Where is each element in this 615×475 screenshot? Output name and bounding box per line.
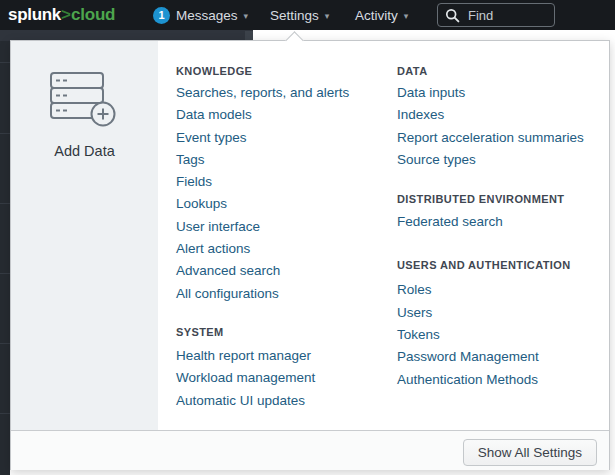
show-all-settings-button[interactable]: Show All Settings — [463, 439, 597, 466]
menu-link-source-types[interactable]: Source types — [397, 149, 609, 171]
section-header-system: SYSTEM — [176, 326, 392, 338]
system-links: Health report managerWorkload management… — [176, 345, 392, 412]
search-icon — [445, 8, 460, 23]
menu-link-event-types[interactable]: Event types — [176, 127, 392, 149]
menu-link-federated-search[interactable]: Federated search — [397, 211, 609, 233]
menu-link-data-models[interactable]: Data models — [176, 104, 392, 126]
splunk-cloud-logo[interactable]: splunk>cloud — [8, 0, 115, 30]
settings-label: Settings — [270, 8, 319, 23]
menu-link-data-inputs[interactable]: Data inputs — [397, 82, 609, 104]
menu-link-tokens[interactable]: Tokens — [397, 324, 609, 346]
settings-column-data-users: DATA Data inputsIndexesReport accelerati… — [397, 41, 609, 391]
menu-link-roles[interactable]: Roles — [397, 279, 609, 301]
menu-link-all-configurations[interactable]: All configurations — [176, 283, 392, 305]
menu-link-indexes[interactable]: Indexes — [397, 104, 609, 126]
menu-link-report-acceleration-summaries[interactable]: Report acceleration summaries — [397, 127, 609, 149]
chevron-down-icon: ▾ — [244, 11, 249, 21]
find-input[interactable] — [466, 7, 547, 24]
knowledge-links: Searches, reports, and alertsData models… — [176, 82, 392, 305]
messages-menu[interactable]: 1 Messages ▾ — [153, 0, 248, 30]
users-and-authentication-links: RolesUsersTokensPassword ManagementAuthe… — [397, 279, 609, 390]
menu-link-authentication-methods[interactable]: Authentication Methods — [397, 369, 609, 391]
panel-footer: Show All Settings — [11, 430, 609, 470]
add-data-tile[interactable]: Add Data — [11, 41, 158, 430]
app-bar-notch — [245, 31, 253, 40]
menu-link-user-interface[interactable]: User interface — [176, 216, 392, 238]
menu-link-workload-management[interactable]: Workload management — [176, 367, 392, 389]
find-search[interactable] — [437, 3, 555, 27]
section-header-data: DATA — [397, 65, 609, 77]
messages-label: Messages — [176, 8, 238, 23]
chevron-down-icon: ▾ — [404, 11, 409, 21]
screen: splunk>cloud 1 Messages ▾ Settings ▾ Act… — [0, 0, 615, 475]
menu-link-advanced-search[interactable]: Advanced search — [176, 260, 392, 282]
sidebar-divider — [0, 133, 10, 134]
menu-link-users[interactable]: Users — [397, 302, 609, 324]
top-bar: splunk>cloud 1 Messages ▾ Settings ▾ Act… — [0, 0, 615, 30]
distributed-environment-links: Federated search — [397, 211, 609, 233]
activity-label: Activity — [355, 8, 398, 23]
chevron-down-icon: ▾ — [325, 11, 330, 21]
logo-splunk-text: splunk — [8, 5, 61, 24]
menu-link-password-management[interactable]: Password Management — [397, 346, 609, 368]
add-data-icon — [50, 72, 116, 128]
activity-menu[interactable]: Activity ▾ — [355, 0, 408, 30]
menu-link-health-report-manager[interactable]: Health report manager — [176, 345, 392, 367]
sidebar-divider — [0, 413, 10, 414]
logo-gt-glyph: > — [61, 5, 71, 24]
menu-link-fields[interactable]: Fields — [176, 171, 392, 193]
menu-link-tags[interactable]: Tags — [176, 149, 392, 171]
settings-menu[interactable]: Settings ▾ — [270, 0, 329, 30]
sidebar-divider — [0, 343, 10, 344]
sidebar-divider — [0, 273, 10, 274]
logo-cloud-text: cloud — [71, 5, 115, 24]
menu-link-lookups[interactable]: Lookups — [176, 193, 392, 215]
menu-link-searches-reports-and-alerts[interactable]: Searches, reports, and alerts — [176, 82, 392, 104]
settings-dropdown-panel: Add Data KNOWLEDGE Searches, reports, an… — [10, 40, 610, 470]
sidebar-divider — [0, 62, 10, 63]
section-header-users-and-authentication: USERS AND AUTHENTICATION — [397, 259, 609, 271]
notification-badge: 1 — [153, 7, 170, 24]
settings-column-knowledge-system: KNOWLEDGE Searches, reports, and alertsD… — [176, 41, 392, 412]
add-data-label: Add Data — [11, 143, 158, 159]
section-header-distributed-environment: DISTRIBUTED ENVIRONMENT — [397, 193, 609, 205]
menu-link-automatic-ui-updates[interactable]: Automatic UI updates — [176, 390, 392, 412]
data-links: Data inputsIndexesReport acceleration su… — [397, 82, 609, 171]
sidebar-edge — [0, 41, 10, 475]
sidebar-divider — [0, 203, 10, 204]
section-header-knowledge: KNOWLEDGE — [176, 65, 392, 77]
menu-link-alert-actions[interactable]: Alert actions — [176, 238, 392, 260]
